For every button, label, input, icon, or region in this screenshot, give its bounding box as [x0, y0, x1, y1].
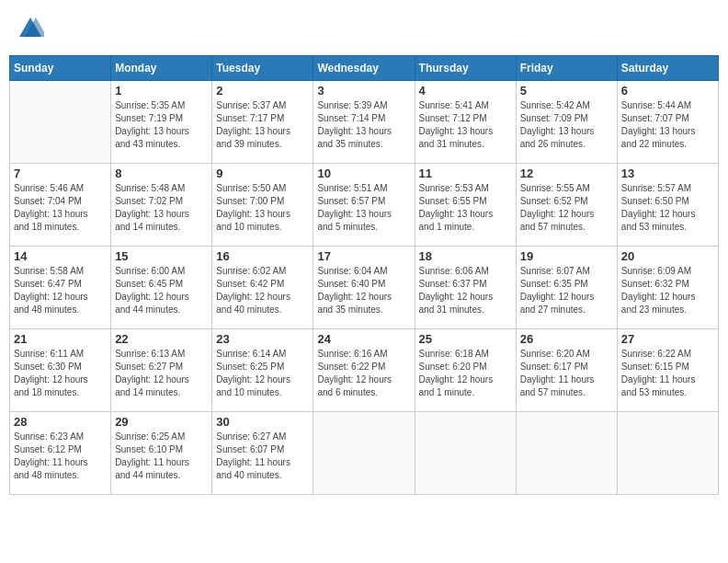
day-number: 18 — [419, 249, 512, 263]
calendar-cell: 30Sunrise: 6:27 AMSunset: 6:07 PMDayligh… — [212, 412, 313, 495]
day-info: Sunrise: 5:42 AMSunset: 7:09 PMDaylight:… — [520, 99, 613, 151]
day-number: 28 — [14, 415, 107, 429]
calendar-cell: 6Sunrise: 5:44 AMSunset: 7:07 PMDaylight… — [617, 81, 718, 164]
calendar-cell: 19Sunrise: 6:07 AMSunset: 6:35 PMDayligh… — [516, 247, 617, 329]
day-info: Sunrise: 5:44 AMSunset: 7:07 PMDaylight:… — [621, 99, 714, 151]
logo-icon — [17, 15, 44, 42]
day-number: 8 — [115, 167, 208, 180]
calendar-cell: 23Sunrise: 6:14 AMSunset: 6:25 PMDayligh… — [212, 329, 313, 412]
day-number: 1 — [115, 84, 208, 98]
calendar-cell: 8Sunrise: 5:48 AMSunset: 7:02 PMDaylight… — [111, 164, 212, 247]
day-of-week-header: Tuesday — [212, 56, 313, 81]
day-number: 6 — [621, 84, 714, 98]
day-info: Sunrise: 6:20 AMSunset: 6:17 PMDaylight:… — [520, 348, 613, 399]
calendar-week-row: 1Sunrise: 5:35 AMSunset: 7:19 PMDaylight… — [10, 81, 719, 164]
calendar-cell — [617, 412, 718, 495]
day-of-week-header: Wednesday — [313, 56, 415, 81]
calendar-cell — [415, 412, 516, 495]
calendar-cell: 11Sunrise: 5:53 AMSunset: 6:55 PMDayligh… — [415, 164, 516, 247]
calendar-cell: 4Sunrise: 5:41 AMSunset: 7:12 PMDaylight… — [415, 81, 516, 164]
day-of-week-header: Friday — [516, 56, 617, 81]
day-number: 17 — [317, 249, 410, 263]
day-number: 22 — [115, 332, 208, 346]
day-info: Sunrise: 5:58 AMSunset: 6:47 PMDaylight:… — [14, 265, 107, 316]
day-info: Sunrise: 5:39 AMSunset: 7:14 PMDaylight:… — [317, 99, 410, 151]
calendar-cell: 27Sunrise: 6:22 AMSunset: 6:15 PMDayligh… — [617, 329, 718, 412]
day-number: 21 — [14, 332, 107, 346]
day-info: Sunrise: 6:27 AMSunset: 6:07 PMDaylight:… — [216, 431, 309, 482]
calendar-cell: 29Sunrise: 6:25 AMSunset: 6:10 PMDayligh… — [111, 412, 212, 495]
day-info: Sunrise: 6:22 AMSunset: 6:15 PMDaylight:… — [621, 348, 714, 399]
calendar-cell: 10Sunrise: 5:51 AMSunset: 6:57 PMDayligh… — [313, 164, 415, 247]
calendar-cell: 20Sunrise: 6:09 AMSunset: 6:32 PMDayligh… — [617, 247, 718, 329]
calendar-cell: 9Sunrise: 5:50 AMSunset: 7:00 PMDaylight… — [212, 164, 313, 247]
calendar-week-row: 7Sunrise: 5:46 AMSunset: 7:04 PMDaylight… — [10, 164, 719, 247]
calendar-cell: 17Sunrise: 6:04 AMSunset: 6:40 PMDayligh… — [313, 247, 415, 329]
day-number: 24 — [317, 332, 410, 346]
calendar-cell: 24Sunrise: 6:16 AMSunset: 6:22 PMDayligh… — [313, 329, 415, 412]
day-info: Sunrise: 6:11 AMSunset: 6:30 PMDaylight:… — [14, 348, 107, 399]
day-info: Sunrise: 6:14 AMSunset: 6:25 PMDaylight:… — [216, 348, 309, 399]
calendar-cell: 5Sunrise: 5:42 AMSunset: 7:09 PMDaylight… — [516, 81, 617, 164]
day-number: 3 — [317, 84, 410, 98]
logo — [17, 15, 48, 42]
calendar-cell — [516, 412, 617, 495]
calendar-cell: 15Sunrise: 6:00 AMSunset: 6:45 PMDayligh… — [111, 247, 212, 329]
calendar-cell: 7Sunrise: 5:46 AMSunset: 7:04 PMDaylight… — [10, 164, 111, 247]
day-info: Sunrise: 5:37 AMSunset: 7:17 PMDaylight:… — [216, 99, 309, 151]
day-info: Sunrise: 5:51 AMSunset: 6:57 PMDaylight:… — [317, 182, 410, 234]
day-number: 29 — [115, 415, 208, 429]
day-info: Sunrise: 5:57 AMSunset: 6:50 PMDaylight:… — [621, 182, 714, 234]
day-info: Sunrise: 6:18 AMSunset: 6:20 PMDaylight:… — [419, 348, 512, 399]
day-number: 16 — [216, 249, 309, 263]
day-number: 23 — [216, 332, 309, 346]
day-info: Sunrise: 6:02 AMSunset: 6:42 PMDaylight:… — [216, 265, 309, 316]
day-number: 15 — [115, 249, 208, 263]
day-number: 14 — [14, 249, 107, 263]
day-info: Sunrise: 5:48 AMSunset: 7:02 PMDaylight:… — [115, 182, 208, 234]
calendar-cell: 18Sunrise: 6:06 AMSunset: 6:37 PMDayligh… — [415, 247, 516, 329]
calendar-cell — [10, 81, 111, 164]
day-info: Sunrise: 5:41 AMSunset: 7:12 PMDaylight:… — [419, 99, 512, 151]
day-of-week-header: Monday — [111, 56, 212, 81]
day-info: Sunrise: 6:07 AMSunset: 6:35 PMDaylight:… — [520, 265, 613, 316]
calendar-week-row: 28Sunrise: 6:23 AMSunset: 6:12 PMDayligh… — [10, 412, 719, 495]
calendar-cell: 1Sunrise: 5:35 AMSunset: 7:19 PMDaylight… — [111, 81, 212, 164]
calendar-cell: 2Sunrise: 5:37 AMSunset: 7:17 PMDaylight… — [212, 81, 313, 164]
day-info: Sunrise: 5:35 AMSunset: 7:19 PMDaylight:… — [115, 99, 208, 151]
day-info: Sunrise: 5:50 AMSunset: 7:00 PMDaylight:… — [216, 182, 309, 234]
calendar-week-row: 14Sunrise: 5:58 AMSunset: 6:47 PMDayligh… — [10, 247, 719, 329]
day-number: 19 — [520, 249, 613, 263]
day-info: Sunrise: 6:00 AMSunset: 6:45 PMDaylight:… — [115, 265, 208, 316]
page-header — [9, 9, 719, 48]
day-number: 30 — [216, 415, 309, 429]
day-number: 9 — [216, 167, 309, 180]
day-info: Sunrise: 6:06 AMSunset: 6:37 PMDaylight:… — [419, 265, 512, 316]
day-of-week-header: Sunday — [10, 56, 111, 81]
day-info: Sunrise: 6:23 AMSunset: 6:12 PMDaylight:… — [14, 431, 107, 482]
calendar-cell: 21Sunrise: 6:11 AMSunset: 6:30 PMDayligh… — [10, 329, 111, 412]
day-number: 5 — [520, 84, 613, 98]
calendar-cell: 14Sunrise: 5:58 AMSunset: 6:47 PMDayligh… — [10, 247, 111, 329]
day-number: 10 — [317, 167, 410, 180]
calendar-header-row: SundayMondayTuesdayWednesdayThursdayFrid… — [10, 56, 719, 81]
calendar-cell: 28Sunrise: 6:23 AMSunset: 6:12 PMDayligh… — [10, 412, 111, 495]
day-number: 25 — [419, 332, 512, 346]
day-of-week-header: Saturday — [617, 56, 718, 81]
calendar-cell: 16Sunrise: 6:02 AMSunset: 6:42 PMDayligh… — [212, 247, 313, 329]
calendar-cell: 25Sunrise: 6:18 AMSunset: 6:20 PMDayligh… — [415, 329, 516, 412]
calendar-cell: 12Sunrise: 5:55 AMSunset: 6:52 PMDayligh… — [516, 164, 617, 247]
day-info: Sunrise: 6:16 AMSunset: 6:22 PMDaylight:… — [317, 348, 410, 399]
day-info: Sunrise: 6:04 AMSunset: 6:40 PMDaylight:… — [317, 265, 410, 316]
calendar-cell: 13Sunrise: 5:57 AMSunset: 6:50 PMDayligh… — [617, 164, 718, 247]
calendar-cell — [313, 412, 415, 495]
day-info: Sunrise: 5:46 AMSunset: 7:04 PMDaylight:… — [14, 182, 107, 234]
day-number: 27 — [621, 332, 714, 346]
day-of-week-header: Thursday — [415, 56, 516, 81]
day-info: Sunrise: 6:13 AMSunset: 6:27 PMDaylight:… — [115, 348, 208, 399]
day-number: 4 — [419, 84, 512, 98]
day-info: Sunrise: 5:55 AMSunset: 6:52 PMDaylight:… — [520, 182, 613, 234]
day-number: 26 — [520, 332, 613, 346]
day-info: Sunrise: 6:09 AMSunset: 6:32 PMDaylight:… — [621, 265, 714, 316]
day-info: Sunrise: 5:53 AMSunset: 6:55 PMDaylight:… — [419, 182, 512, 234]
